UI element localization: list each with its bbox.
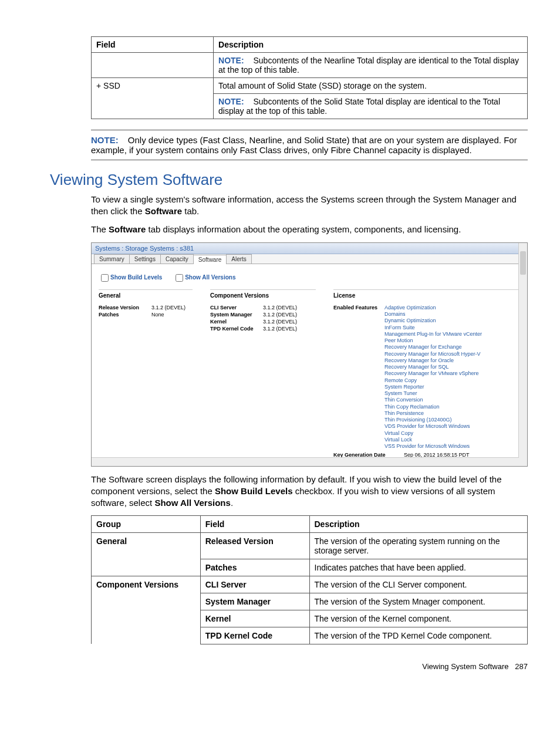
th-field: Field	[200, 515, 309, 532]
note-label: NOTE:	[218, 56, 244, 65]
th-group: Group	[92, 515, 201, 532]
group-cell: General	[92, 532, 201, 576]
paragraph-2: The Software tab displays information ab…	[91, 224, 528, 235]
col-license: License	[333, 289, 520, 301]
desc-text: Subcontents of the Nearline Total displa…	[218, 56, 519, 75]
note-label: NOTE:	[218, 97, 244, 106]
field-cell: System Manager	[200, 593, 309, 610]
desc-cell: The version of the System Mnager compone…	[309, 593, 528, 610]
col-general: General	[99, 289, 193, 301]
show-all-versions-checkbox[interactable]: Show All Versions	[173, 274, 235, 281]
desc-cell: NOTE: Subcontents of the Solid State Tot…	[214, 94, 528, 119]
software-screenshot: Systems : Storage Systems : s381 Summary…	[91, 242, 528, 467]
software-fields-table: Group Field Description General Released…	[91, 515, 528, 644]
th-description: Description	[309, 515, 528, 532]
tab-row: Summary Settings Capacity Software Alert…	[92, 254, 527, 264]
desc-cell: The version of the CLI Server component.	[309, 576, 528, 593]
note-label: NOTE:	[91, 135, 119, 145]
field-description-table: Field Description NOTE: Subcontents of t…	[91, 36, 528, 119]
field-cell: Released Version	[200, 532, 309, 559]
tab-alerts[interactable]: Alerts	[226, 254, 252, 264]
enabled-features-label: Enabled Features	[333, 305, 377, 450]
group-cell: Component Versions	[92, 576, 201, 644]
horizontal-scrollbar[interactable]	[92, 457, 519, 466]
show-build-levels-checkbox[interactable]: Show Build Levels	[99, 274, 162, 281]
page-note: NOTE: Only device types (Fast Class, Nea…	[91, 130, 528, 160]
desc-cell: Indicates patches that have been applied…	[309, 559, 528, 576]
note-text: Only device types (Fast Class, Nearline,…	[91, 135, 517, 155]
section-heading: Viewing System Software	[50, 171, 528, 189]
field-cell: CLI Server	[200, 576, 309, 593]
field-cell: + SSD	[92, 78, 214, 94]
vertical-scrollbar[interactable]	[518, 243, 527, 466]
desc-text: Subcontents of the Solid State Total dis…	[218, 97, 500, 116]
desc-cell: The version of the operating system runn…	[309, 532, 528, 559]
paragraph-1: To view a single system's software infor…	[91, 194, 528, 218]
field-cell: Kernel	[200, 610, 309, 627]
field-cell	[92, 94, 214, 119]
paragraph-3: The Software screen displays the followi…	[91, 474, 528, 509]
tab-software[interactable]: Software	[193, 255, 227, 264]
field-cell: Patches	[200, 559, 309, 576]
footer-page-number: 287	[515, 662, 528, 671]
tab-summary[interactable]: Summary	[94, 254, 130, 264]
window-title: Systems : Storage Systems : s381	[92, 243, 527, 254]
desc-cell: The version of the TPD Kernel Code compo…	[309, 627, 528, 644]
desc-cell: NOTE: Subcontents of the Nearline Total …	[214, 53, 528, 78]
footer-title: Viewing System Software	[422, 662, 508, 671]
th-description: Description	[214, 37, 528, 53]
enabled-features-list: Adaptive Optimization Domains Dynamic Op…	[384, 305, 482, 450]
field-cell: TPD Kernel Code	[200, 627, 309, 644]
page-footer: Viewing System Software 287	[50, 662, 528, 671]
tab-settings[interactable]: Settings	[129, 254, 161, 264]
field-cell	[92, 53, 214, 78]
desc-cell: The version of the Kernel component.	[309, 610, 528, 627]
col-components: Component Versions	[210, 289, 316, 301]
desc-cell: Total amount of Solid State (SSD) storag…	[214, 78, 528, 94]
tab-capacity[interactable]: Capacity	[160, 254, 194, 264]
th-field: Field	[92, 37, 214, 53]
